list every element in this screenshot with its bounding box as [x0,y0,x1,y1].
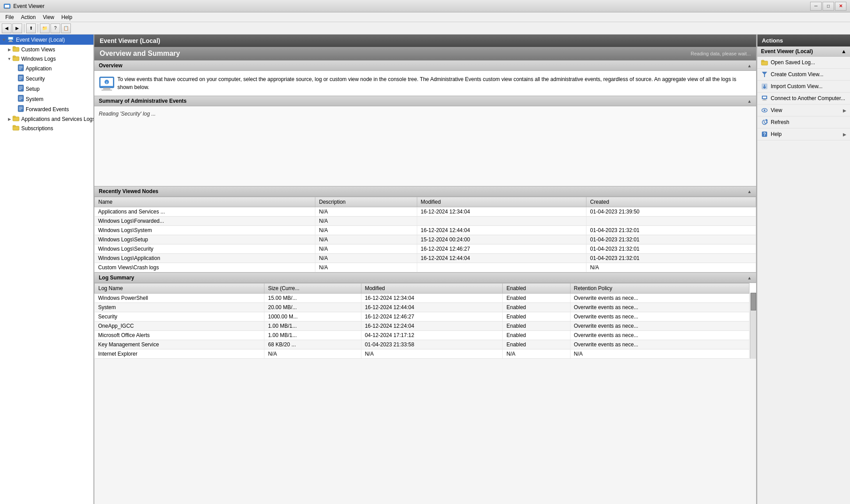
log-summary-title: Log Summary [99,275,134,281]
tree-subscriptions-label: Subscriptions [21,125,53,132]
log-summary-header[interactable]: Log Summary ▲ [94,272,756,283]
action-item-import[interactable]: Import Custom View... [757,81,850,93]
action-item-filter[interactable]: Create Custom View... [757,69,850,81]
tree-item-custom-views[interactable]: ▶ Custom Views [0,45,93,54]
actions-header: Actions [757,35,850,47]
menu-file[interactable]: File [2,12,17,22]
col-name[interactable]: Name [95,197,315,207]
action-item-computer[interactable]: Connect to Another Computer... [757,93,850,105]
maximize-button[interactable]: □ [823,2,834,11]
col-created[interactable]: Created [586,197,756,207]
table-row[interactable]: System20.00 MB/...16-12-2024 12:44:04Ena… [95,303,749,312]
log-icon-application [18,64,24,73]
action-item-view[interactable]: View ▶ [757,105,850,116]
table-row[interactable]: Windows Logs\SetupN/A15-12-2024 00:24:00… [95,235,756,244]
cell-desc: N/A [315,207,417,217]
menu-view[interactable]: View [39,12,58,22]
table-row[interactable]: Windows Logs\Forwarded...N/A [95,217,756,226]
filter-icon [761,71,768,78]
table-row[interactable]: Windows Logs\ApplicationN/A16-12-2024 12… [95,254,756,263]
window-controls: ─ □ ✕ [810,2,846,11]
folder-icon-windows-logs [12,55,19,62]
overview-section-header[interactable]: Overview ▲ [94,60,756,71]
action-label-view: View [771,107,840,113]
table-row[interactable]: Internet ExplorerN/AN/AN/AN/A [95,349,749,359]
action-item-help[interactable]: ? Help ▶ [757,128,850,140]
recently-viewed-header[interactable]: Recently Viewed Nodes ▲ [94,186,756,197]
cell-ls-modified: 16-12-2024 12:34:04 [361,294,503,303]
svg-rect-32 [13,116,16,117]
cell-enabled: Enabled [503,312,570,322]
actions-group-header[interactable]: Event Viewer (Local) ▲ [757,47,850,57]
table-row[interactable]: Applications and Services ...N/A16-12-20… [95,207,756,217]
menu-action[interactable]: Action [17,12,39,22]
tree-item-app-services[interactable]: ▶ Applications and Services Logs [0,114,93,124]
tree-system-label: System [26,96,43,102]
tree-item-root[interactable]: ▼ Event Viewer (Local) [0,35,93,45]
table-row[interactable]: Key Management Service68 KB/20 ...01-04-… [95,340,749,349]
svg-rect-34 [13,125,16,127]
actions-title: Actions [762,37,783,44]
folder-icon-custom-views [12,46,19,53]
tree-item-subscriptions[interactable]: ▶ Subscriptions [0,124,93,133]
actions-pane: Actions Event Viewer (Local) ▲ Open Save… [757,35,850,504]
tree-item-setup[interactable]: ▶ Setup [0,84,93,94]
col-enabled[interactable]: Enabled [503,283,570,294]
tree-item-application[interactable]: ▶ Application [0,63,93,74]
action-item-folder-open[interactable]: Open Saved Log... [757,57,850,69]
col-description[interactable]: Description [315,197,417,207]
toolbar-properties[interactable]: 📋 [61,23,71,33]
col-size[interactable]: Size (Curre... [264,283,361,294]
table-row[interactable]: Windows Logs\SecurityN/A16-12-2024 12:46… [95,244,756,254]
actions-items: Open Saved Log... Create Custom View... … [757,57,850,140]
col-retention[interactable]: Retention Policy [570,283,749,294]
main-layout: ▼ Event Viewer (Local) ▶ Custom View [0,35,850,504]
tree-item-forwarded-events[interactable]: ▶ Forwarded Events [0,104,93,114]
action-item-refresh[interactable]: Refresh [757,116,850,128]
cell-modified: 16-12-2024 12:44:04 [417,226,586,235]
cell-name: Windows Logs\Forwarded... [95,217,315,226]
col-log-modified[interactable]: Modified [361,283,503,294]
cell-created: 01-04-2023 21:32:01 [586,244,756,254]
table-row[interactable]: Windows Logs\SystemN/A16-12-2024 12:44:0… [95,226,756,235]
col-modified[interactable]: Modified [417,197,586,207]
computer-icon [7,35,14,44]
toolbar-up[interactable]: ⬆ [26,23,36,33]
cell-name: Windows Logs\Application [95,254,315,263]
cell-retention: N/A [570,349,749,359]
col-log-name[interactable]: Log Name [95,283,264,294]
admin-events-title: Summary of Administrative Events [99,98,186,104]
cell-ls-modified: 16-12-2024 12:46:27 [361,312,503,322]
cell-enabled: Enabled [503,294,570,303]
tree-item-windows-logs[interactable]: ▼ Windows Logs [0,54,93,63]
table-row[interactable]: Microsoft Office Alerts1.00 MB/1...04-12… [95,331,749,340]
cell-size: N/A [264,349,361,359]
cell-created [586,217,756,226]
scrollbar[interactable] [750,293,756,359]
minimize-button[interactable]: ─ [810,2,822,11]
svg-point-51 [764,109,765,111]
svg-rect-47 [763,97,766,98]
svg-rect-2 [6,8,8,9]
menu-help[interactable]: Help [58,12,76,22]
table-row[interactable]: Security1000.00 M...16-12-2024 12:46:27E… [95,312,749,322]
cell-name: Windows Logs\Security [95,244,315,254]
cell-enabled: Enabled [503,331,570,340]
title-bar: Event Viewer ─ □ ✕ [0,0,850,12]
table-row[interactable]: Custom Views\Crash logsN/AN/A [95,263,756,272]
table-row[interactable]: OneApp_IGCC1.00 MB/1...16-12-2024 12:24:… [95,322,749,331]
toolbar-show-hide[interactable]: 📁 [40,23,50,33]
toolbar-forward[interactable]: ▶ [12,23,22,33]
recently-viewed-title: Recently Viewed Nodes [99,188,159,194]
table-row[interactable]: Windows PowerShell15.00 MB/...16-12-2024… [95,294,749,303]
tree-item-security[interactable]: ▶ Security [0,74,93,84]
tree-item-system[interactable]: ▶ System [0,94,93,104]
toolbar-back[interactable]: ◀ [2,23,12,33]
cell-created: 01-04-2023 21:32:01 [586,226,756,235]
admin-events-header[interactable]: Summary of Administrative Events ▲ [94,96,756,106]
close-button[interactable]: ✕ [835,2,846,11]
svg-rect-1 [5,5,9,8]
toolbar-help[interactable]: ? [50,23,60,33]
log-icon-forwarded [18,105,24,113]
scrollbar-thumb[interactable] [751,293,756,310]
